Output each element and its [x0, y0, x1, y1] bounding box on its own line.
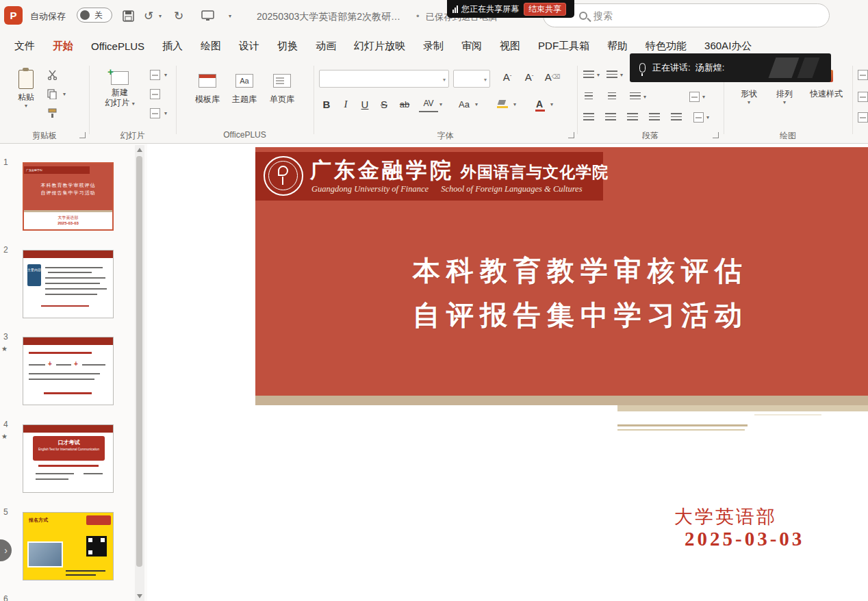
- underline-button[interactable]: U: [356, 96, 374, 112]
- bullets-button[interactable]: [582, 68, 596, 81]
- strikethrough-button[interactable]: S: [375, 96, 393, 112]
- slide-thumbnail-4[interactable]: 口才考试 English Test for International Comm…: [23, 424, 114, 493]
- paste-dropdown-arrow[interactable]: ▾: [25, 103, 27, 109]
- redo-button[interactable]: ↻: [170, 7, 188, 25]
- theme-library-button[interactable]: Aa 主题库: [227, 66, 262, 105]
- slide-thumbnail-3[interactable]: + +: [23, 337, 114, 405]
- highlight-dropdown-arrow[interactable]: ▾: [513, 101, 516, 107]
- convert-smartart-button[interactable]: [687, 90, 701, 103]
- quick-access-dropdown-arrow[interactable]: ▾: [229, 13, 231, 19]
- numbering-dropdown-arrow[interactable]: ▾: [620, 72, 623, 78]
- font-size-combo[interactable]: ▾: [453, 70, 490, 88]
- slide-department-text[interactable]: 大学英语部: [674, 504, 777, 529]
- font-color-dropdown-arrow[interactable]: ▾: [550, 101, 553, 107]
- shrink-font-button[interactable]: Aˇ: [519, 68, 539, 85]
- shapes-dropdown-arrow[interactable]: ▾: [748, 99, 750, 105]
- tab-transitions[interactable]: 切换: [268, 40, 307, 53]
- change-case-button[interactable]: Aa: [455, 96, 474, 112]
- tab-officeplus[interactable]: OfficePLUS: [82, 40, 153, 52]
- undo-dropdown-arrow[interactable]: ▾: [159, 13, 162, 19]
- slide-layout-button[interactable]: [148, 68, 162, 81]
- tab-360ai[interactable]: 360AI办公: [695, 40, 761, 53]
- double-strikethrough-button[interactable]: ab: [394, 96, 415, 112]
- align-left-button[interactable]: [582, 111, 596, 123]
- font-color-button[interactable]: A: [531, 96, 548, 112]
- pen-tool-button[interactable]: [856, 111, 868, 123]
- tab-home[interactable]: 开始: [44, 40, 82, 53]
- italic-button[interactable]: I: [337, 96, 355, 112]
- layout-dropdown-arrow[interactable]: ▾: [164, 72, 167, 78]
- section-button[interactable]: [148, 107, 162, 119]
- line-spacing-button[interactable]: [628, 90, 642, 103]
- align-right-button[interactable]: [626, 111, 639, 123]
- cut-button[interactable]: [45, 68, 59, 81]
- tab-pdf-tools[interactable]: PDF工具箱: [529, 40, 598, 53]
- scrollbar-down-arrow[interactable]: [137, 594, 142, 598]
- bold-button[interactable]: B: [318, 96, 335, 112]
- character-spacing-button[interactable]: AV: [419, 96, 438, 112]
- section-dropdown-arrow[interactable]: ▾: [164, 110, 167, 116]
- eraser-button[interactable]: [856, 68, 868, 81]
- grow-font-button[interactable]: Aˆ: [497, 68, 518, 85]
- edit-shape-button[interactable]: [856, 90, 868, 103]
- font-name-combo[interactable]: ▾: [319, 70, 449, 88]
- highlight-color-button[interactable]: [494, 96, 511, 112]
- text-direction-dropdown-arrow[interactable]: ▾: [706, 114, 709, 120]
- slide-title-textbox[interactable]: 本科教育教学审核评估 自评报告集中学习活动: [307, 248, 854, 337]
- clear-format-button[interactable]: A⌫: [542, 68, 563, 85]
- change-case-dropdown-arrow[interactable]: ▾: [475, 101, 478, 107]
- align-center-button[interactable]: [604, 111, 617, 123]
- slide-date-text[interactable]: 2025-03-03: [685, 528, 804, 550]
- search-box[interactable]: [543, 3, 830, 27]
- search-input[interactable]: [593, 10, 799, 21]
- tab-slideshow[interactable]: 幻灯片放映: [345, 40, 414, 53]
- copy-dropdown-arrow[interactable]: ▾: [63, 91, 66, 97]
- paragraph-dialog-launcher[interactable]: [713, 132, 719, 138]
- distribute-button[interactable]: [669, 111, 683, 123]
- increase-indent-button[interactable]: [605, 90, 619, 103]
- slide-panel-scrollbar[interactable]: [135, 145, 144, 601]
- copy-button[interactable]: [45, 88, 59, 100]
- convert-smartart-dropdown-arrow[interactable]: ▾: [702, 94, 705, 100]
- tab-record[interactable]: 录制: [414, 40, 452, 53]
- tab-insert[interactable]: 插入: [153, 40, 192, 53]
- arrange-dropdown-arrow[interactable]: ▾: [783, 99, 786, 105]
- tab-view[interactable]: 视图: [491, 40, 529, 53]
- bullets-dropdown-arrow[interactable]: ▾: [597, 72, 600, 78]
- tab-design[interactable]: 设计: [230, 40, 268, 53]
- tab-draw[interactable]: 绘图: [192, 40, 230, 53]
- save-button[interactable]: [119, 7, 137, 25]
- text-direction-button[interactable]: [691, 111, 705, 123]
- new-slide-dropdown-arrow[interactable]: ▾: [132, 101, 135, 107]
- present-screen-button[interactable]: [199, 7, 216, 25]
- tab-special-features[interactable]: 特色功能: [637, 40, 695, 53]
- paste-button[interactable]: 粘贴 ▾: [10, 66, 42, 109]
- slide-canvas[interactable]: 广东金融学院外国语言与文化学院 Guangdong University of …: [255, 147, 868, 601]
- scrollbar-up-arrow[interactable]: [137, 148, 142, 152]
- scrollbar-thumb[interactable]: [136, 156, 142, 567]
- slide-header-banner[interactable]: 广东金融学院外国语言与文化学院 Guangdong University of …: [255, 152, 603, 201]
- justify-button[interactable]: [648, 111, 661, 123]
- decrease-indent-button[interactable]: [582, 90, 596, 103]
- tab-file[interactable]: 文件: [5, 40, 44, 53]
- character-spacing-dropdown-arrow[interactable]: ▾: [439, 101, 442, 107]
- numbering-button[interactable]: [605, 68, 619, 81]
- new-slide-button[interactable]: 新建 幻灯片 ▾: [100, 66, 140, 108]
- slide-thumbnail-2[interactable]: 主要内容: [23, 250, 114, 318]
- slide-thumbnail-1[interactable]: 广东金融学院 本科教育教学审核评估 自评报告集中学习活动 大学英语部 2025-…: [23, 162, 114, 231]
- page-library-button[interactable]: 单页库: [264, 66, 300, 105]
- tab-help[interactable]: 帮助: [598, 40, 637, 53]
- tab-review[interactable]: 审阅: [452, 40, 491, 53]
- reset-slide-button[interactable]: [148, 88, 162, 100]
- autosave-toggle[interactable]: 关: [77, 8, 112, 23]
- app-icon[interactable]: P: [4, 6, 23, 25]
- slide-thumbnail-5[interactable]: 报名方式: [23, 512, 114, 580]
- line-spacing-dropdown-arrow[interactable]: ▾: [643, 94, 646, 100]
- undo-button[interactable]: ↺: [140, 7, 157, 25]
- format-painter-button[interactable]: [45, 107, 59, 119]
- tab-animations[interactable]: 动画: [307, 40, 345, 53]
- font-dialog-launcher[interactable]: [568, 132, 574, 138]
- template-library-button[interactable]: 模板库: [190, 66, 225, 105]
- panel-collapse-handle[interactable]: ›: [0, 539, 12, 561]
- clipboard-dialog-launcher[interactable]: [79, 132, 86, 138]
